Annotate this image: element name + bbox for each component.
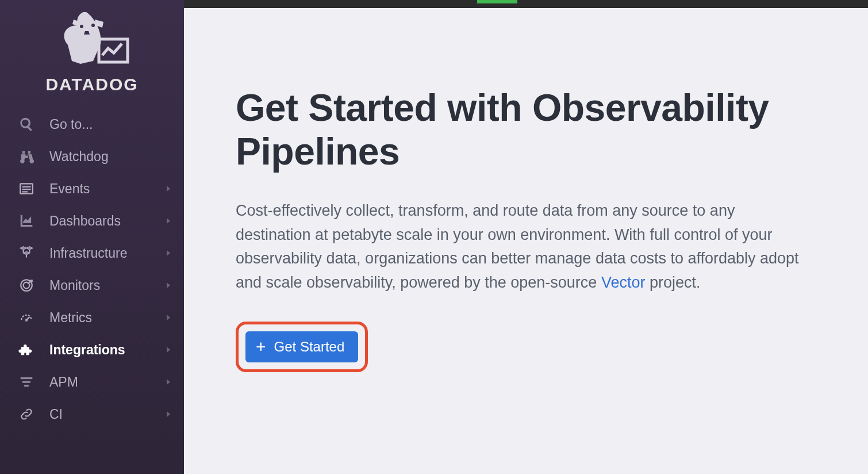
sidebar-item-monitors[interactable]: Monitors: [0, 269, 184, 301]
chevron-right-icon: [167, 218, 170, 224]
svg-point-0: [80, 25, 83, 28]
list-icon: [17, 181, 36, 197]
sidebar-item-label: Dashboards: [49, 213, 121, 229]
sidebar-item-metrics[interactable]: Metrics: [0, 301, 184, 334]
sidebar-item-label: Integrations: [49, 342, 125, 358]
sidebar-item-label: Metrics: [49, 310, 92, 326]
svg-line-13: [26, 317, 29, 320]
sidebar-item-label: Monitors: [49, 278, 100, 293]
chart-icon: [17, 213, 36, 229]
chevron-right-icon: [167, 347, 170, 353]
vector-link[interactable]: Vector: [601, 274, 646, 291]
sidebar: DATADOG Go to...WatchdogEventsDashboards…: [0, 0, 184, 474]
svg-point-8: [28, 247, 30, 249]
target-icon: [17, 277, 36, 293]
chevron-right-icon: [167, 186, 170, 192]
main-content: Get Started with Observability Pipelines…: [184, 0, 868, 474]
chevron-right-icon: [167, 411, 170, 417]
logo-block: DATADOG: [0, 5, 184, 108]
filter-icon: [17, 374, 36, 390]
cta-highlight-ring: + Get Started: [236, 322, 368, 372]
datadog-logo-icon: [52, 9, 132, 72]
sidebar-item-watchdog[interactable]: Watchdog: [0, 140, 184, 173]
page-headline: Get Started with Observability Pipelines: [236, 86, 816, 174]
svg-rect-14: [21, 377, 32, 379]
sidebar-item-label: Infrastructure: [49, 246, 128, 261]
description-text-post: project.: [645, 274, 700, 291]
sidebar-item-events[interactable]: Events: [0, 173, 184, 205]
svg-point-9: [25, 252, 28, 254]
get-started-button[interactable]: + Get Started: [245, 331, 358, 362]
sidebar-item-label: Go to...: [49, 117, 93, 132]
binoculars-icon: [17, 148, 36, 165]
sidebar-item-label: APM: [49, 374, 78, 390]
chevron-right-icon: [167, 282, 170, 288]
link-icon: [17, 406, 36, 422]
svg-rect-16: [25, 385, 29, 386]
cta-label: Get Started: [274, 339, 345, 355]
sidebar-item-dashboards[interactable]: Dashboards: [0, 205, 184, 237]
search-icon: [17, 116, 36, 132]
sidebar-item-label: CI: [49, 407, 63, 422]
svg-point-1: [91, 24, 95, 27]
chevron-right-icon: [167, 379, 170, 385]
plus-icon: +: [256, 338, 266, 356]
puzzle-icon: [17, 342, 36, 358]
sidebar-item-ci[interactable]: CI: [0, 398, 184, 430]
page-description: Cost-effectively collect, transform, and…: [236, 199, 811, 295]
description-text-pre: Cost-effectively collect, transform, and…: [236, 202, 799, 292]
sidebar-item-integrations[interactable]: Integrations: [0, 334, 184, 366]
sidebar-item-apm[interactable]: APM: [0, 366, 184, 398]
sidebar-item-go-to[interactable]: Go to...: [0, 108, 184, 140]
hex-icon: [17, 245, 36, 261]
svg-rect-15: [23, 381, 30, 383]
top-bar-accent: [477, 0, 517, 3]
chevron-right-icon: [167, 315, 170, 320]
svg-point-7: [22, 247, 24, 249]
chevron-right-icon: [167, 250, 170, 256]
sidebar-item-label: Watchdog: [49, 149, 109, 165]
top-bar: [184, 0, 868, 8]
gauge-icon: [17, 309, 36, 326]
brand-name: DATADOG: [0, 75, 184, 94]
sidebar-item-infrastructure[interactable]: Infrastructure: [0, 237, 184, 269]
sidebar-item-label: Events: [49, 181, 90, 197]
